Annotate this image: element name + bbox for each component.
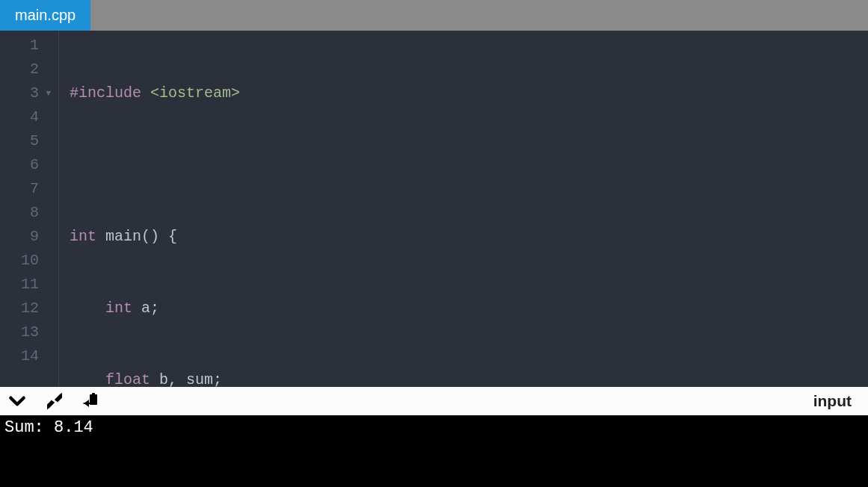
code-token: int bbox=[70, 228, 96, 245]
code-token: float bbox=[105, 371, 150, 387]
console-output: Sum: 8.14 bbox=[0, 415, 868, 487]
line-number: 1 bbox=[30, 34, 39, 58]
code-token: a; bbox=[132, 300, 159, 317]
console-line: Sum: 8.14 bbox=[4, 418, 93, 437]
code-token: int bbox=[105, 300, 132, 317]
tab-bar: main.cpp bbox=[0, 0, 868, 31]
line-number: 11 bbox=[21, 273, 39, 297]
code-editor[interactable]: 1 2 3▼ 4 5 6 7 8 9 10 11 12 13 14 #inclu… bbox=[0, 31, 868, 387]
svg-rect-1 bbox=[92, 393, 95, 396]
clipboard-icon[interactable] bbox=[82, 391, 102, 411]
code-token: #include bbox=[70, 84, 141, 102]
line-number: 12 bbox=[21, 297, 39, 320]
code-token bbox=[70, 371, 105, 387]
line-number: 2 bbox=[30, 58, 39, 81]
code-token: main bbox=[96, 228, 141, 245]
code-token: () { bbox=[141, 228, 177, 245]
line-number: 10 bbox=[21, 249, 39, 273]
code-token bbox=[70, 300, 105, 317]
code-content[interactable]: #include <iostream> int main() { int a; … bbox=[58, 31, 868, 387]
line-number: 6 bbox=[30, 153, 39, 177]
line-number: 5 bbox=[30, 129, 39, 153]
chevron-down-icon[interactable] bbox=[7, 391, 27, 411]
line-number: 8 bbox=[30, 201, 39, 225]
input-label[interactable]: input bbox=[813, 392, 861, 410]
line-number: 4 bbox=[30, 105, 39, 129]
svg-rect-0 bbox=[90, 394, 97, 405]
line-number: 7 bbox=[30, 177, 39, 201]
line-number: 14 bbox=[21, 344, 39, 368]
console-toolbar: input bbox=[0, 387, 868, 415]
line-number: 3 bbox=[30, 81, 39, 105]
line-number: 13 bbox=[21, 320, 39, 344]
code-token: b, sum; bbox=[150, 371, 222, 387]
tab-main-cpp[interactable]: main.cpp bbox=[0, 0, 90, 31]
line-number: 9 bbox=[30, 225, 39, 249]
fold-icon[interactable]: ▼ bbox=[43, 81, 51, 105]
line-gutter: 1 2 3▼ 4 5 6 7 8 9 10 11 12 13 14 bbox=[0, 31, 58, 387]
expand-icon[interactable] bbox=[45, 391, 64, 411]
code-token: <iostream> bbox=[141, 84, 240, 102]
